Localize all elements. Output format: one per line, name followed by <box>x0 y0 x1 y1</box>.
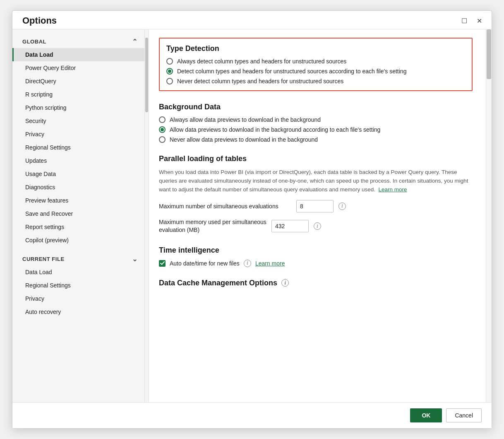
radio-bg-always[interactable] <box>159 116 166 123</box>
content-scrollbar[interactable] <box>486 29 492 402</box>
sidebar: GLOBAL ⌃ Data Load Power Query Editor Di… <box>12 29 145 402</box>
sidebar-item-preview-features[interactable]: Preview features <box>12 194 144 207</box>
global-chevron-icon: ⌃ <box>132 38 138 46</box>
sidebar-item-regional-settings[interactable]: Regional Settings <box>12 141 144 154</box>
sidebar-item-r-scripting[interactable]: R scripting <box>12 88 144 101</box>
auto-datetime-info-icon[interactable]: i <box>244 260 251 267</box>
auto-datetime-row: Auto date/time for new files i Learn mor… <box>159 260 473 267</box>
dialog-title: Options <box>22 15 57 26</box>
sidebar-item-python-scripting[interactable]: Python scripting <box>12 101 144 114</box>
background-data-label-2: Allow data previews to download in the b… <box>170 126 380 133</box>
title-bar: Options ☐ ✕ <box>12 11 492 29</box>
background-data-section: Background Data Always allow data previe… <box>159 103 473 143</box>
sidebar-item-current-privacy[interactable]: Privacy <box>12 292 144 305</box>
background-data-label-3: Never allow data previews to download in… <box>170 136 318 143</box>
main-content: GLOBAL ⌃ Data Load Power Query Editor Di… <box>12 29 492 402</box>
sidebar-item-data-load[interactable]: Data Load <box>12 48 144 61</box>
current-file-label: CURRENT FILE <box>22 256 65 262</box>
type-detection-label-1: Always detect column types and headers f… <box>177 58 346 65</box>
close-button[interactable]: ✕ <box>473 15 485 27</box>
ok-button[interactable]: OK <box>410 408 442 422</box>
global-section-header: GLOBAL ⌃ <box>12 34 144 48</box>
maximize-button[interactable]: ☐ <box>458 15 470 27</box>
options-dialog: Options ☐ ✕ GLOBAL ⌃ Data Load Power Que… <box>12 10 492 429</box>
time-intelligence-title: Time intelligence <box>159 246 473 255</box>
data-cache-section: Data Cache Management Options i <box>159 279 473 287</box>
type-detection-title: Type Detection <box>166 44 465 53</box>
radio-always-detect[interactable] <box>166 58 173 65</box>
sidebar-item-usage-data[interactable]: Usage Data <box>12 167 144 181</box>
background-data-title: Background Data <box>159 103 473 111</box>
data-cache-info-icon[interactable]: i <box>281 279 289 287</box>
content-scroll: Type Detection Always detect column type… <box>149 29 486 402</box>
sidebar-item-privacy[interactable]: Privacy <box>12 128 144 141</box>
time-intelligence-learn-more-link[interactable]: Learn more <box>255 260 285 267</box>
sidebar-scrollbar-thumb <box>145 38 148 112</box>
type-detection-option-3[interactable]: Never detect column types and headers fo… <box>166 78 465 84</box>
sidebar-item-security[interactable]: Security <box>12 114 144 128</box>
radio-bg-per-file[interactable] <box>159 126 166 133</box>
parallel-loading-title: Parallel loading of tables <box>159 154 473 163</box>
sidebar-item-copilot-preview[interactable]: Copilot (preview) <box>12 234 144 247</box>
parallel-learn-more-link[interactable]: Learn more <box>379 186 407 193</box>
type-detection-option-1[interactable]: Always detect column types and headers f… <box>166 58 465 65</box>
type-detection-label-3: Never detect column types and headers fo… <box>177 78 343 84</box>
background-data-option-3[interactable]: Never allow data previews to download in… <box>159 136 473 143</box>
content-scrollbar-thumb <box>487 29 491 79</box>
sidebar-item-current-regional-settings[interactable]: Regional Settings <box>12 279 144 292</box>
sidebar-item-current-auto-recovery[interactable]: Auto recovery <box>12 305 144 318</box>
max-memory-info-icon[interactable]: i <box>314 222 321 230</box>
type-detection-option-2[interactable]: Detect column types and headers for unst… <box>166 68 465 75</box>
max-memory-label: Maximum memory used per simultaneouseval… <box>159 218 266 234</box>
footer: OK Cancel <box>12 402 492 428</box>
sidebar-item-direct-query[interactable]: DirectQuery <box>12 75 144 88</box>
radio-detect-per-file[interactable] <box>166 68 173 75</box>
sidebar-item-diagnostics[interactable]: Diagnostics <box>12 181 144 194</box>
max-evaluations-info-icon[interactable]: i <box>338 203 346 210</box>
background-data-option-1[interactable]: Always allow data previews to download i… <box>159 116 473 123</box>
parallel-loading-description: When you load data into Power BI (via im… <box>159 168 473 194</box>
content-area: Type Detection Always detect column type… <box>149 29 486 402</box>
radio-bg-never[interactable] <box>159 136 166 143</box>
background-data-label-1: Always allow data previews to download i… <box>170 116 321 123</box>
sidebar-item-current-data-load[interactable]: Data Load <box>12 265 144 279</box>
type-detection-label-2: Detect column types and headers for unst… <box>177 68 406 75</box>
parallel-loading-section: Parallel loading of tables When you load… <box>159 154 473 234</box>
max-memory-input[interactable] <box>271 220 309 232</box>
sidebar-item-power-query-editor[interactable]: Power Query Editor <box>12 61 144 75</box>
max-evaluations-row: Maximum number of simultaneous evaluatio… <box>159 200 473 212</box>
current-file-section-header: CURRENT FILE ⌄ <box>12 250 144 265</box>
max-evaluations-input[interactable] <box>296 200 334 212</box>
max-memory-row: Maximum memory used per simultaneouseval… <box>159 218 473 234</box>
data-cache-title: Data Cache Management Options i <box>159 279 473 287</box>
time-intelligence-section: Time intelligence Auto date/time for new… <box>159 246 473 267</box>
max-evaluations-label: Maximum number of simultaneous evaluatio… <box>159 203 291 210</box>
type-detection-section: Type Detection Always detect column type… <box>159 38 473 91</box>
sidebar-item-report-settings[interactable]: Report settings <box>12 220 144 234</box>
current-file-chevron-icon: ⌄ <box>132 255 138 263</box>
cancel-button[interactable]: Cancel <box>446 408 482 422</box>
global-label: GLOBAL <box>22 39 46 45</box>
auto-datetime-checkbox[interactable] <box>159 260 166 267</box>
window-controls: ☐ ✕ <box>458 15 485 27</box>
radio-never-detect[interactable] <box>166 78 173 84</box>
auto-datetime-label: Auto date/time for new files <box>170 260 240 267</box>
sidebar-item-updates[interactable]: Updates <box>12 154 144 167</box>
sidebar-item-save-and-recover[interactable]: Save and Recover <box>12 207 144 220</box>
background-data-option-2[interactable]: Allow data previews to download in the b… <box>159 126 473 133</box>
sidebar-scrollbar[interactable] <box>145 29 149 402</box>
